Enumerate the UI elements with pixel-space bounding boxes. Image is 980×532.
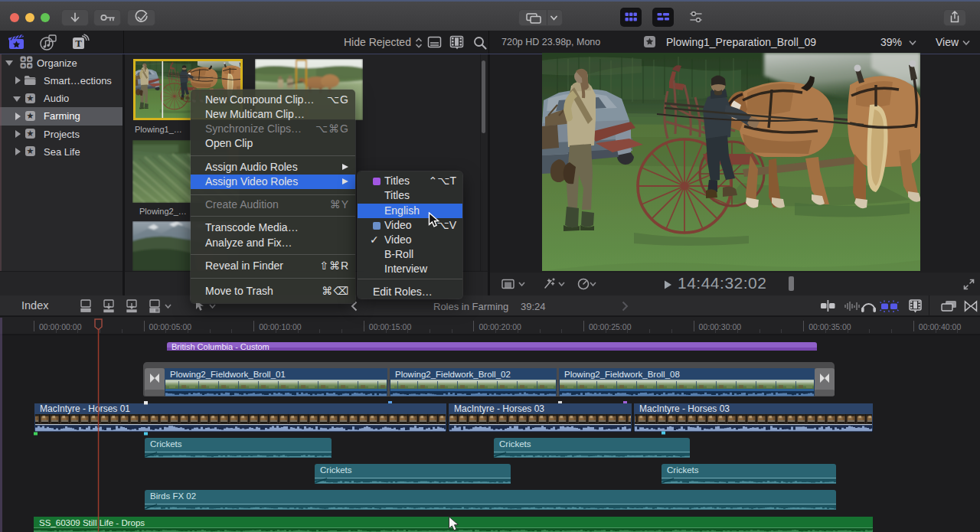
svg-text:Birds FX 02: Birds FX 02 bbox=[150, 491, 196, 501]
svg-text:Plowing2_Fieldwork_Broll_01: Plowing2_Fieldwork_Broll_01 bbox=[170, 370, 286, 379]
svg-text:SS_60309 Still Life - Drops: SS_60309 Still Life - Drops bbox=[39, 518, 145, 527]
svg-text:MacIntyre - Horses 01: MacIntyre - Horses 01 bbox=[40, 403, 130, 414]
svg-text:★: ★ bbox=[28, 63, 32, 68]
svg-text:Crickets: Crickets bbox=[150, 439, 182, 449]
svg-text:Crickets: Crickets bbox=[499, 439, 531, 449]
svg-text:MacIntyre - Horses 03: MacIntyre - Horses 03 bbox=[454, 403, 544, 414]
svg-text:T: T bbox=[75, 38, 82, 49]
svg-text:Crickets: Crickets bbox=[320, 465, 352, 475]
svg-text:Crickets: Crickets bbox=[667, 465, 699, 475]
svg-text:Plowing2_Fieldwork_Broll_02: Plowing2_Fieldwork_Broll_02 bbox=[395, 370, 511, 379]
svg-text:MacIntyre - Horses 03: MacIntyre - Horses 03 bbox=[639, 403, 730, 414]
svg-text:★: ★ bbox=[21, 63, 25, 68]
svg-text:★: ★ bbox=[28, 57, 32, 62]
svg-text:★: ★ bbox=[21, 57, 25, 62]
svg-text:Plowing2_Fieldwork_Broll_08: Plowing2_Fieldwork_Broll_08 bbox=[564, 370, 680, 379]
